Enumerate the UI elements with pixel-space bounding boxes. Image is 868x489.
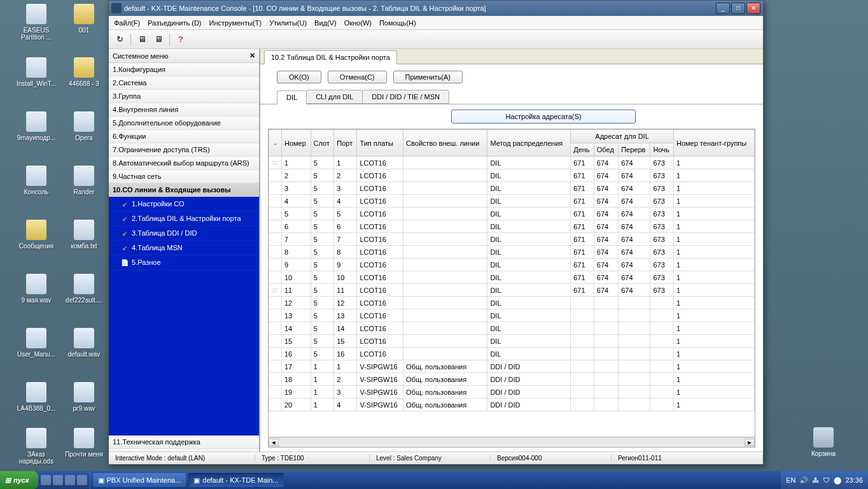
cell-break[interactable] [619,373,650,386]
cell-method[interactable]: DIL [487,309,571,322]
desktop-icon[interactable]: Консоль [13,166,60,195]
cell-tenant[interactable]: 1 [673,259,754,271]
cell-method[interactable]: DIL [487,335,571,348]
help-icon[interactable]: ? [174,32,188,46]
ql-icon[interactable] [77,475,87,485]
cell-tenant[interactable]: 1 [673,284,754,297]
cell-method[interactable]: DIL [487,195,571,208]
start-button[interactable]: ⊞ пуск [0,471,38,489]
cell-lunch[interactable] [594,386,618,399]
cell-method[interactable]: DIL [487,208,571,220]
cell-night[interactable]: 673 [650,169,674,182]
cell-slot[interactable]: 5 [311,157,334,169]
table-row[interactable]: 18 1 2 V-SIPGW16 Общ. пользования DDI / … [269,373,755,386]
cell-number[interactable]: 19 [282,386,311,399]
tray-shield-icon[interactable]: 🛡 [823,476,830,484]
cell-lunch[interactable] [594,335,618,348]
cell-day[interactable]: 671 [571,220,594,233]
cell-break[interactable]: 674 [619,246,650,259]
menu-item[interactable]: Вид(V) [314,19,337,27]
cell-prop[interactable] [403,271,487,284]
cell-method[interactable]: DIL [487,246,571,259]
cell-break[interactable] [619,399,650,411]
sidebar-item[interactable]: 9.Частная сеть [109,170,259,183]
table-row[interactable]: ☞ 1 5 1 LCOT16 DIL 671 674 674 673 1 [269,157,755,169]
ql-icon[interactable] [53,475,63,485]
cell-number[interactable]: 18 [282,373,311,386]
col-method[interactable]: Метод распределения [487,130,571,157]
cell-port[interactable]: 4 [334,195,357,208]
cell-slot[interactable]: 5 [311,259,334,271]
sidebar-item[interactable]: 3.Группа [109,90,259,103]
cell-night[interactable]: 673 [650,182,674,195]
cell-lunch[interactable]: 674 [594,271,618,284]
cell-slot[interactable]: 5 [311,208,334,220]
cell-lunch[interactable] [594,309,618,322]
refresh-icon[interactable]: ↻ [113,32,127,46]
cell-night[interactable] [650,386,674,399]
cell-port[interactable]: 14 [334,322,357,335]
cell-slot[interactable]: 5 [311,233,334,246]
recycle-bin[interactable]: Корзина [804,427,843,457]
cell-number[interactable]: 15 [282,335,311,348]
cell-break[interactable]: 674 [619,271,650,284]
menu-item[interactable]: Окно(W) [344,19,372,27]
maximize-button[interactable]: □ [731,3,745,14]
cell-day[interactable] [571,297,594,309]
cell-day[interactable]: 671 [571,169,594,182]
col-slot[interactable]: Слот [311,130,334,157]
tray-network-icon[interactable]: 🖧 [812,476,819,484]
cell-card[interactable]: V-SIPGW16 [357,360,403,373]
cell-card[interactable]: LCOT16 [357,182,403,195]
cell-card[interactable]: LCOT16 [357,297,403,309]
cell-prop[interactable]: Общ. пользования [403,399,487,411]
cell-prop[interactable] [403,233,487,246]
cell-method[interactable]: DIL [487,259,571,271]
desktop-icon[interactable]: EASEUS Partition ... [13,4,60,41]
cell-day[interactable] [571,386,594,399]
cell-tenant[interactable]: 1 [673,373,754,386]
cell-day[interactable]: 671 [571,246,594,259]
cell-break[interactable] [619,360,650,373]
cell-number[interactable]: 3 [282,182,311,195]
cell-break[interactable]: 674 [619,220,650,233]
cell-number[interactable]: 16 [282,348,311,360]
inner-tab[interactable]: CLI для DIL [306,90,363,104]
cell-slot[interactable]: 1 [311,386,334,399]
cell-break[interactable]: 674 [619,195,650,208]
cell-slot[interactable]: 5 [311,169,334,182]
cell-number[interactable]: 11 [282,284,311,297]
cell-night[interactable] [650,322,674,335]
cell-card[interactable]: LCOT16 [357,309,403,322]
cell-port[interactable]: 6 [334,220,357,233]
cell-day[interactable] [571,322,594,335]
cell-number[interactable]: 20 [282,399,311,411]
cell-port[interactable]: 12 [334,297,357,309]
data-table-scroll[interactable]: - Номер Слот Порт Тип платы Свойство вне… [268,129,755,437]
tray-clock[interactable]: 23:36 [845,476,863,484]
cell-port[interactable]: 10 [334,271,357,284]
cell-slot[interactable]: 5 [311,284,334,297]
desktop-icon[interactable]: 446688 - 3 [60,57,108,87]
cell-prop[interactable]: Общ. пользования [403,386,487,399]
cell-method[interactable]: DDI / DID [487,399,571,411]
cell-port[interactable]: 3 [334,182,357,195]
cell-method[interactable]: DDI / DID [487,360,571,373]
cell-tenant[interactable]: 1 [673,220,754,233]
scroll-left-icon[interactable]: ◄ [269,439,279,446]
sidebar-item-co-lines[interactable]: 10.СО линии & Входящие вызовы [109,183,259,197]
cell-port[interactable]: 1 [334,360,357,373]
cell-day[interactable]: 671 [571,271,594,284]
cell-break[interactable] [619,335,650,348]
desktop-icon[interactable]: 9 мая.wav [13,274,60,304]
cell-card[interactable]: LCOT16 [357,169,403,182]
cell-number[interactable]: 13 [282,309,311,322]
cell-break[interactable] [619,386,650,399]
ql-icon[interactable] [65,475,75,485]
sidebar-item[interactable]: 8.Автоматический выбор маршрута (ARS) [109,157,259,170]
cell-card[interactable]: LCOT16 [357,271,403,284]
cell-number[interactable]: 1 [282,157,311,169]
cell-break[interactable] [619,297,650,309]
cell-slot[interactable]: 1 [311,373,334,386]
cell-port[interactable]: 2 [334,373,357,386]
